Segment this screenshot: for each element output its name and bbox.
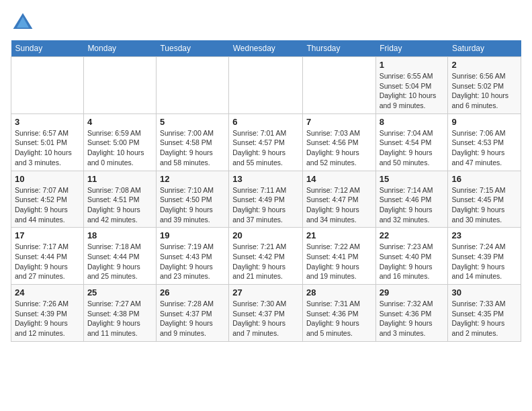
calendar-day-cell: 21Sunrise: 7:22 AMSunset: 4:41 PMDayligh… [302, 228, 375, 285]
day-info: Sunrise: 7:21 AMSunset: 4:42 PMDaylight:… [232, 242, 299, 281]
day-number: 14 [306, 174, 372, 184]
calendar-day-cell: 13Sunrise: 7:11 AMSunset: 4:49 PMDayligh… [229, 171, 303, 228]
day-info: Sunrise: 7:17 AMSunset: 4:44 PMDaylight:… [15, 242, 80, 281]
day-number: 25 [87, 287, 152, 298]
calendar-day-cell: 23Sunrise: 7:24 AMSunset: 4:39 PMDayligh… [448, 228, 521, 285]
calendar-day-cell: 26Sunrise: 7:28 AMSunset: 4:37 PMDayligh… [156, 285, 228, 342]
day-number: 22 [380, 230, 445, 240]
day-number: 9 [451, 117, 517, 127]
calendar-week-row: 17Sunrise: 7:17 AMSunset: 4:44 PMDayligh… [11, 228, 521, 285]
logo-icon [11, 11, 35, 35]
day-number: 24 [15, 287, 80, 298]
weekday-header-row: SundayMondayTuesdayWednesdayThursdayFrid… [11, 40, 521, 57]
day-number: 11 [87, 174, 152, 184]
weekday-header-cell: Friday [375, 40, 448, 57]
day-number: 19 [160, 230, 225, 240]
day-info: Sunrise: 7:18 AMSunset: 4:44 PMDaylight:… [87, 242, 152, 281]
day-info: Sunrise: 7:30 AMSunset: 4:37 PMDaylight:… [232, 299, 299, 338]
calendar-day-cell: 2Sunrise: 6:56 AMSunset: 5:02 PMDaylight… [448, 57, 521, 114]
day-number: 16 [451, 174, 517, 184]
day-number: 2 [451, 60, 517, 70]
day-info: Sunrise: 6:57 AMSunset: 5:01 PMDaylight:… [15, 128, 80, 168]
calendar-body: 1Sunrise: 6:55 AMSunset: 5:04 PMDaylight… [11, 57, 521, 342]
day-info: Sunrise: 7:03 AMSunset: 4:56 PMDaylight:… [306, 128, 372, 168]
day-info: Sunrise: 7:11 AMSunset: 4:49 PMDaylight:… [232, 185, 299, 225]
day-number: 12 [160, 174, 225, 184]
calendar-day-cell: 30Sunrise: 7:33 AMSunset: 4:35 PMDayligh… [448, 285, 521, 342]
day-number: 8 [380, 117, 445, 127]
day-number: 26 [160, 287, 225, 298]
day-number: 23 [451, 230, 517, 240]
calendar-day-cell: 25Sunrise: 7:27 AMSunset: 4:38 PMDayligh… [83, 285, 156, 342]
calendar-day-cell [156, 57, 228, 114]
calendar-day-cell: 5Sunrise: 7:00 AMSunset: 4:58 PMDaylight… [156, 113, 228, 171]
calendar-day-cell: 9Sunrise: 7:06 AMSunset: 4:53 PMDaylight… [448, 113, 521, 171]
day-number: 20 [232, 230, 299, 240]
calendar-week-row: 24Sunrise: 7:26 AMSunset: 4:39 PMDayligh… [11, 285, 521, 342]
weekday-header-cell: Saturday [448, 40, 521, 57]
calendar-day-cell [83, 57, 156, 114]
day-number: 4 [87, 117, 152, 127]
day-number: 21 [306, 230, 372, 240]
day-info: Sunrise: 7:14 AMSunset: 4:46 PMDaylight:… [380, 185, 445, 225]
day-number: 17 [15, 230, 80, 240]
day-number: 27 [232, 287, 299, 298]
calendar-day-cell: 8Sunrise: 7:04 AMSunset: 4:54 PMDaylight… [375, 113, 448, 171]
calendar-day-cell [229, 57, 303, 114]
day-info: Sunrise: 7:23 AMSunset: 4:40 PMDaylight:… [380, 242, 445, 281]
day-number: 30 [451, 287, 517, 298]
day-info: Sunrise: 7:01 AMSunset: 4:57 PMDaylight:… [232, 128, 299, 168]
day-info: Sunrise: 6:59 AMSunset: 5:00 PMDaylight:… [87, 128, 152, 168]
day-number: 29 [380, 287, 445, 298]
calendar-day-cell [302, 57, 375, 114]
day-info: Sunrise: 7:04 AMSunset: 4:54 PMDaylight:… [380, 128, 445, 168]
calendar-day-cell: 29Sunrise: 7:32 AMSunset: 4:36 PMDayligh… [375, 285, 448, 342]
day-number: 10 [15, 174, 80, 184]
day-number: 13 [232, 174, 299, 184]
day-number: 7 [306, 117, 372, 127]
day-info: Sunrise: 6:56 AMSunset: 5:02 PMDaylight:… [451, 71, 517, 111]
day-number: 28 [306, 287, 372, 298]
calendar-day-cell: 6Sunrise: 7:01 AMSunset: 4:57 PMDaylight… [229, 113, 303, 171]
day-number: 1 [380, 60, 445, 70]
calendar-day-cell: 16Sunrise: 7:15 AMSunset: 4:45 PMDayligh… [448, 171, 521, 228]
day-info: Sunrise: 7:00 AMSunset: 4:58 PMDaylight:… [160, 128, 225, 168]
day-info: Sunrise: 7:06 AMSunset: 4:53 PMDaylight:… [451, 128, 517, 168]
calendar-week-row: 1Sunrise: 6:55 AMSunset: 5:04 PMDaylight… [11, 57, 521, 114]
day-info: Sunrise: 7:26 AMSunset: 4:39 PMDaylight:… [15, 299, 80, 338]
calendar-day-cell: 7Sunrise: 7:03 AMSunset: 4:56 PMDaylight… [302, 113, 375, 171]
day-info: Sunrise: 7:27 AMSunset: 4:38 PMDaylight:… [87, 299, 152, 338]
day-info: Sunrise: 6:55 AMSunset: 5:04 PMDaylight:… [380, 71, 445, 111]
day-info: Sunrise: 7:24 AMSunset: 4:39 PMDaylight:… [451, 242, 517, 281]
weekday-header-cell: Sunday [11, 40, 84, 57]
day-info: Sunrise: 7:10 AMSunset: 4:50 PMDaylight:… [160, 185, 225, 225]
calendar-day-cell: 1Sunrise: 6:55 AMSunset: 5:04 PMDaylight… [375, 57, 448, 114]
calendar-day-cell [11, 57, 84, 114]
day-number: 3 [15, 117, 80, 127]
calendar-day-cell: 3Sunrise: 6:57 AMSunset: 5:01 PMDaylight… [11, 113, 84, 171]
day-info: Sunrise: 7:15 AMSunset: 4:45 PMDaylight:… [451, 185, 517, 225]
calendar-day-cell: 4Sunrise: 6:59 AMSunset: 5:00 PMDaylight… [83, 113, 156, 171]
day-number: 18 [87, 230, 152, 240]
weekday-header-cell: Wednesday [229, 40, 303, 57]
day-number: 15 [380, 174, 445, 184]
day-info: Sunrise: 7:12 AMSunset: 4:47 PMDaylight:… [306, 185, 372, 225]
logo [11, 11, 38, 35]
day-info: Sunrise: 7:33 AMSunset: 4:35 PMDaylight:… [451, 299, 517, 338]
day-info: Sunrise: 7:28 AMSunset: 4:37 PMDaylight:… [160, 299, 225, 338]
calendar-day-cell: 11Sunrise: 7:08 AMSunset: 4:51 PMDayligh… [83, 171, 156, 228]
day-info: Sunrise: 7:32 AMSunset: 4:36 PMDaylight:… [380, 299, 445, 338]
calendar-table: SundayMondayTuesdayWednesdayThursdayFrid… [11, 40, 521, 342]
weekday-header-cell: Monday [83, 40, 156, 57]
weekday-header-cell: Tuesday [156, 40, 228, 57]
day-info: Sunrise: 7:07 AMSunset: 4:52 PMDaylight:… [15, 185, 80, 225]
calendar-day-cell: 15Sunrise: 7:14 AMSunset: 4:46 PMDayligh… [375, 171, 448, 228]
calendar-day-cell: 28Sunrise: 7:31 AMSunset: 4:36 PMDayligh… [302, 285, 375, 342]
calendar-day-cell: 10Sunrise: 7:07 AMSunset: 4:52 PMDayligh… [11, 171, 84, 228]
day-number: 5 [160, 117, 225, 127]
calendar-day-cell: 19Sunrise: 7:19 AMSunset: 4:43 PMDayligh… [156, 228, 228, 285]
day-number: 6 [232, 117, 299, 127]
calendar-week-row: 10Sunrise: 7:07 AMSunset: 4:52 PMDayligh… [11, 171, 521, 228]
calendar-day-cell: 24Sunrise: 7:26 AMSunset: 4:39 PMDayligh… [11, 285, 84, 342]
calendar-day-cell: 12Sunrise: 7:10 AMSunset: 4:50 PMDayligh… [156, 171, 228, 228]
